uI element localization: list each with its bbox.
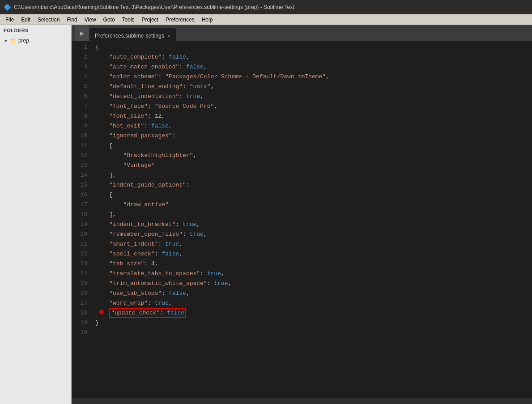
code-line-27: "word_wrap": true, <box>95 298 532 308</box>
tab-bar: ▸ Preferences.sublime-settings × <box>72 25 532 41</box>
code-line-6: "detect_indentation": true, <box>95 92 532 102</box>
line-num-6: 6 <box>72 92 92 102</box>
code-line-24: "translate_tabs_to_spaces": true, <box>95 269 532 279</box>
code-line-8: "font_size": 12, <box>95 111 532 121</box>
menu-selection[interactable]: Selection <box>34 16 63 24</box>
line-num-26: 26 <box>72 289 92 298</box>
line-num-20: 20 <box>72 230 92 239</box>
line-num-24: 24 <box>72 269 92 279</box>
line-num-14: 14 <box>72 170 92 180</box>
menu-find[interactable]: Find <box>63 16 81 24</box>
code-line-11: [ <box>95 141 532 151</box>
app-icon: 🔷 <box>4 4 11 11</box>
line-num-7: 7 <box>72 102 92 111</box>
menu-tools[interactable]: Tools <box>119 16 138 24</box>
line-num-13: 13 <box>72 161 92 170</box>
code-line-19: "indent_to_bracket": true, <box>95 220 532 230</box>
line-num-12: 12 <box>72 151 92 161</box>
line-numbers: 1 2 3 4 5 6 7 8 9 10 11 12 13 14 15 16 1… <box>72 41 92 398</box>
editor-area: ▸ Preferences.sublime-settings × 1 2 3 4… <box>72 25 532 404</box>
code-line-14: ], <box>95 170 532 180</box>
menu-bar: File Edit Selection Find View Goto Tools… <box>0 14 532 25</box>
line-num-8: 8 <box>72 111 92 121</box>
menu-goto[interactable]: Goto <box>100 16 119 24</box>
code-line-15: "indent_guide_options": <box>95 180 532 190</box>
folder-name: prep <box>18 38 29 44</box>
code-line-25: "trim_automatic_white_space": true, <box>95 279 532 289</box>
tab-preferences[interactable]: Preferences.sublime-settings × <box>89 28 176 41</box>
bottom-scrollbar[interactable] <box>72 398 532 404</box>
line-num-28: 28 <box>72 308 92 318</box>
line-num-25: 25 <box>72 279 92 289</box>
code-line-1: { <box>95 43 532 52</box>
menu-file[interactable]: File <box>2 16 17 24</box>
code-line-21: "smart_indent": true, <box>95 239 532 249</box>
line-num-9: 9 <box>72 121 92 131</box>
line-num-4: 4 <box>72 72 92 82</box>
line-num-16: 16 <box>72 190 92 200</box>
code-line-29: } <box>95 318 532 328</box>
line-num-29: 29 <box>72 318 92 328</box>
folder-arrow-icon: ▼ <box>4 38 8 43</box>
code-line-3: "auto_match_enabled": false, <box>95 62 532 72</box>
code-line-16: [ <box>95 190 532 200</box>
line-num-17: 17 <box>72 200 92 210</box>
line-num-19: 19 <box>72 220 92 230</box>
line-num-22: 22 <box>72 249 92 259</box>
folder-icon: 📁 <box>10 38 17 44</box>
menu-view[interactable]: View <box>81 16 100 24</box>
code-line-2: "auto_complete": false, <box>95 52 532 62</box>
sidebar: FOLDERS ▼ 📁 prep <box>0 25 72 404</box>
code-line-4: "color_scheme": "Packages/Color Scheme -… <box>95 72 532 82</box>
line-num-10: 10 <box>72 131 92 141</box>
main-layout: FOLDERS ▼ 📁 prep ▸ Preferences.sublime-s… <box>0 25 532 404</box>
title-text: C:\Users\mbaric\AppData\Roaming\Sublime … <box>14 4 294 10</box>
code-line-17: "draw_active" <box>95 200 532 210</box>
line-num-27: 27 <box>72 298 92 308</box>
code-line-7: "font_face": "Source Code Pro", <box>95 102 532 111</box>
menu-preferences[interactable]: Preferences <box>162 16 198 24</box>
menu-help[interactable]: Help <box>198 16 217 24</box>
code-line-26: "use_tab_stops": false, <box>95 289 532 298</box>
code-line-20: "remember_open_files": true, <box>95 230 532 239</box>
sidebar-header: FOLDERS <box>0 25 71 36</box>
line-num-21: 21 <box>72 239 92 249</box>
code-line-18: ], <box>95 210 532 220</box>
code-line-10: "ignored_packages": <box>95 131 532 141</box>
code-line-5: "default_line_ending": "unix", <box>95 82 532 92</box>
code-line-23: "tab_size": 4, <box>95 259 532 269</box>
line-num-23: 23 <box>72 259 92 269</box>
tab-filename: Preferences.sublime-settings <box>95 33 164 39</box>
menu-edit[interactable]: Edit <box>17 16 34 24</box>
line-num-5: 5 <box>72 82 92 92</box>
line-num-1: 1 <box>72 43 92 52</box>
line-num-15: 15 <box>72 180 92 190</box>
code-line-30 <box>95 328 532 338</box>
editor-content[interactable]: 1 2 3 4 5 6 7 8 9 10 11 12 13 14 15 16 1… <box>72 41 532 398</box>
code-line-9: "hot_exit": false, <box>95 121 532 131</box>
line-num-30: 30 <box>72 328 92 338</box>
sidebar-content: ▼ 📁 prep <box>0 36 71 46</box>
code-line-13: "Vintage" <box>95 161 532 170</box>
line-num-18: 18 <box>72 210 92 220</box>
line-num-3: 3 <box>72 62 92 72</box>
title-bar: 🔷 C:\Users\mbaric\AppData\Roaming\Sublim… <box>0 0 532 14</box>
line-num-11: 11 <box>72 141 92 151</box>
tab-close-button[interactable]: × <box>168 33 170 38</box>
menu-project[interactable]: Project <box>138 16 162 24</box>
code-line-12: "BracketHighlighter", <box>95 151 532 161</box>
code-line-28: "update_check": false <box>95 308 532 318</box>
code-line-22: "spell_check": false, <box>95 249 532 259</box>
folder-item-prep[interactable]: ▼ 📁 prep <box>4 37 68 45</box>
code-area[interactable]: { "auto_complete": false, "auto_match_en… <box>92 41 532 398</box>
line-num-2: 2 <box>72 52 92 62</box>
tab-scroll-btn[interactable]: ▸ <box>75 25 89 41</box>
